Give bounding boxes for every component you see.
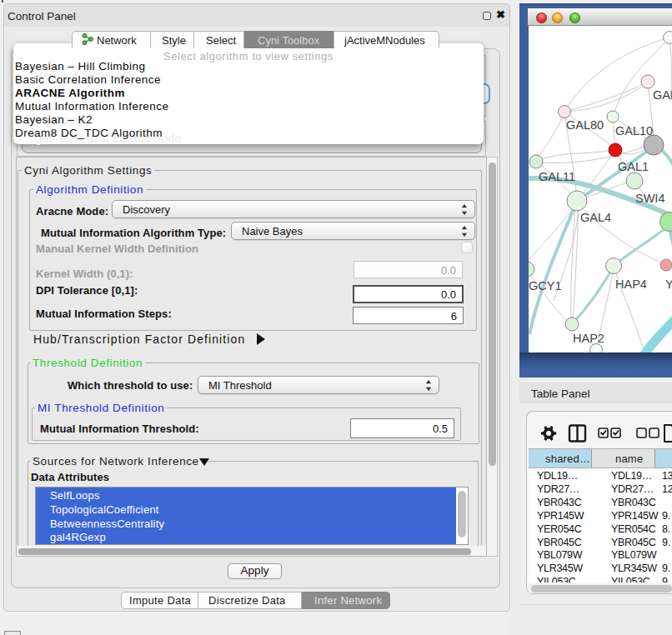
svg-text:GAL1: GAL1 — [618, 160, 649, 173]
svg-text:GAL4: GAL4 — [580, 211, 611, 224]
svg-text:GAL: GAL — [653, 88, 672, 102]
svg-text:HAP2: HAP2 — [573, 332, 604, 345]
svg-text:SWI4: SWI4 — [635, 192, 664, 205]
svg-text:HAP4: HAP4 — [615, 278, 647, 291]
svg-text:GCY1: GCY1 — [529, 279, 562, 292]
svg-text:GAL11: GAL11 — [539, 170, 575, 183]
svg-text:Y: Y — [665, 278, 672, 291]
svg-text:GAL80: GAL80 — [566, 118, 604, 132]
svg-text:GAL10: GAL10 — [615, 124, 653, 138]
